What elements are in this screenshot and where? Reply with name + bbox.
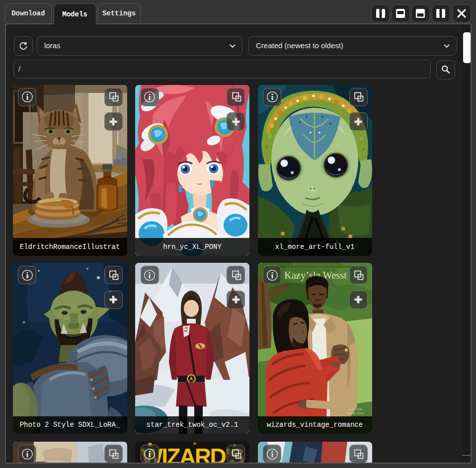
- svg-text:HAUIR. WEST: HAUIR. WEST: [346, 412, 364, 415]
- svg-text:AGOLACEI: AGOLACEI: [348, 408, 362, 411]
- svg-text:NANCY IA RPRETEBACIV. CCORIEM: NANCY IA RPRETEBACIV. CCORIEM. AIBERPPEL: [278, 265, 355, 268]
